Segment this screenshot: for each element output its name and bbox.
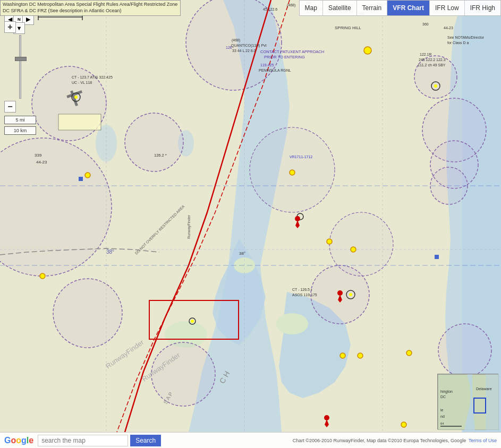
copyright-text: Chart ©2006-2010 RunwayFinder, Map data … (293, 438, 497, 443)
svg-point-15 (125, 113, 183, 171)
svg-text:119.425: 119.425 (260, 63, 274, 67)
map-type-controls: Map Satellite Terrain VFR Chart IFR Low … (299, 0, 501, 16)
satellite-button[interactable]: Satellite (322, 1, 356, 15)
svg-point-17 (151, 342, 215, 406)
scale-miles: 5 mi (4, 116, 36, 124)
svg-text:See NOTAMs/Director: See NOTAMs/Director (447, 36, 485, 39)
svg-point-61 (406, 350, 412, 356)
svg-text:CONTACT PATUXENT APPROACH: CONTACT PATUXENT APPROACH (260, 49, 324, 54)
svg-text:VR1711-1712: VR1711-1712 (290, 155, 312, 159)
svg-point-6 (276, 313, 308, 334)
svg-text:33 44 L 22 8.0: 33 44 L 22 8.0 (232, 49, 256, 53)
svg-text:126.2 *: 126.2 * (154, 153, 167, 158)
mini-map-inset: hington DC Delaware le nd 64 (437, 374, 498, 429)
bottom-bar: Google Search Chart ©2006-2010 RunwayFin… (0, 432, 501, 448)
svg-point-25 (329, 212, 393, 276)
svg-point-63 (40, 273, 45, 279)
svg-point-2 (96, 125, 117, 162)
left-controls: + − 5 mi 10 km (4, 19, 36, 135)
svg-point-66 (358, 353, 363, 358)
svg-point-18 (414, 56, 457, 98)
vfr-chart-button[interactable]: VFR Chart (387, 1, 429, 15)
terms-of-use-link[interactable]: Terms of Use (469, 438, 497, 443)
zoom-in-button[interactable]: + (4, 21, 16, 33)
svg-text:PRIOR TO ENTERING: PRIOR TO ENTERING (264, 55, 305, 59)
svg-text:nd: nd (440, 415, 445, 418)
svg-point-49 (74, 96, 78, 99)
svg-text:245 122.2 122.3: 245 122.2 122.3 (419, 58, 446, 62)
svg-text:38°: 38° (239, 251, 245, 256)
svg-text:ASOS 119.175: ASOS 119.175 (292, 293, 317, 297)
top-bar: Washington DC Metropolitan Area Special … (0, 0, 501, 16)
svg-text:64: 64 (440, 422, 444, 425)
svg-text:122.1R: 122.1R (420, 53, 432, 56)
svg-text:Delaware: Delaware (476, 387, 492, 391)
svg-text:38°: 38° (106, 249, 114, 255)
svg-point-53 (349, 293, 352, 296)
svg-text:CT - 126.5 •: CT - 126.5 • (292, 288, 312, 291)
svg-text:for Class D a: for Class D a (447, 41, 469, 45)
info-box: Washington DC Metropolitan Area Special … (0, 0, 181, 16)
svg-text:SPRING HILL: SPRING HILL (335, 25, 361, 30)
map-button[interactable]: Map (300, 1, 322, 15)
svg-rect-68 (435, 255, 439, 259)
svg-point-51 (434, 84, 437, 88)
ifr-high-button[interactable]: IFR High (464, 1, 500, 15)
svg-text:le: le (440, 408, 444, 412)
svg-point-20 (438, 324, 491, 377)
svg-point-71 (324, 415, 329, 420)
svg-text:UC - VL 118: UC - VL 118 (72, 81, 92, 84)
scale-km: 10 km (4, 126, 36, 135)
svg-point-16 (53, 279, 122, 348)
svg-text:PENINSULA RGNL: PENINSULA RGNL (259, 68, 291, 72)
svg-point-55 (191, 320, 194, 323)
map-container: 38° (0, 0, 501, 448)
svg-point-62 (401, 422, 406, 427)
svg-text:339: 339 (35, 153, 42, 158)
search-input[interactable] (38, 435, 128, 446)
zoom-out-button[interactable]: − (4, 101, 16, 113)
svg-text:QUANTICO(11H) Pvt: QUANTICO(11H) Pvt (231, 44, 267, 48)
svg-point-65 (290, 170, 295, 175)
google-logo: Google (4, 436, 33, 445)
svg-text:hington: hington (440, 390, 453, 394)
search-button[interactable]: Search (130, 435, 161, 446)
svg-text:(468): (468) (232, 38, 240, 42)
svg-text:CT - 123.7 ATIS 322.425: CT - 123.7 ATIS 322.425 (72, 75, 113, 79)
svg-text:111.2 ch 49 SBY: 111.2 ch 49 SBY (418, 63, 446, 67)
svg-point-69 (295, 216, 300, 221)
svg-text:44-23: 44-23 (444, 26, 453, 30)
svg-rect-107 (486, 374, 499, 430)
svg-text:44-23: 44-23 (36, 160, 47, 165)
svg-rect-67 (79, 177, 83, 181)
svg-point-64 (85, 173, 90, 178)
svg-text:DC: DC (440, 395, 446, 399)
map-background: 38° (0, 0, 501, 432)
svg-point-60 (340, 353, 345, 358)
svg-point-58 (327, 239, 332, 244)
svg-point-70 (337, 290, 343, 296)
svg-rect-34 (58, 114, 101, 130)
ifr-low-button[interactable]: IFR Low (429, 1, 464, 15)
svg-point-59 (351, 247, 356, 252)
svg-text:360: 360 (422, 22, 429, 26)
svg-point-57 (364, 47, 371, 54)
terrain-button[interactable]: Terrain (356, 1, 387, 15)
svg-text:RunwayFinder: RunwayFinder (187, 214, 191, 239)
